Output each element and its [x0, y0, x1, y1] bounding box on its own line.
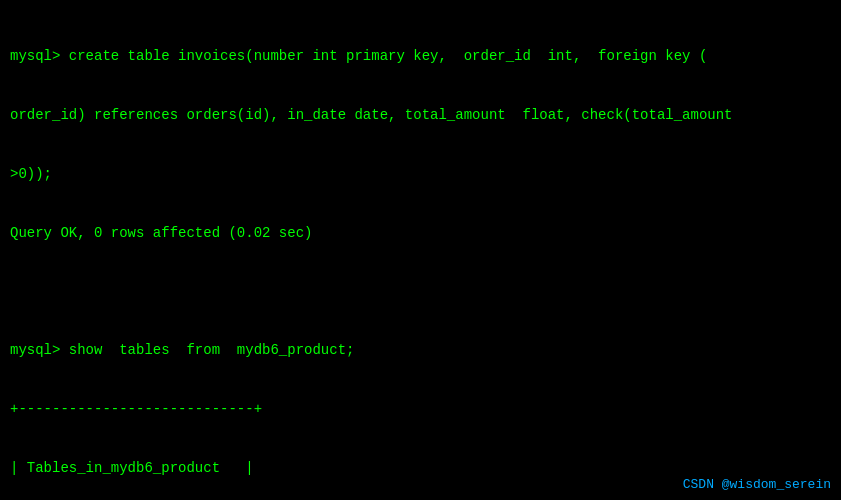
line-1: mysql> create table invoices(number int …	[10, 47, 831, 67]
line-3: >0));	[10, 165, 831, 185]
terminal-output: mysql> create table invoices(number int …	[10, 8, 831, 500]
line-4: Query OK, 0 rows affected (0.02 sec)	[10, 224, 831, 244]
line-7: +----------------------------+	[10, 400, 831, 420]
line-6: mysql> show tables from mydb6_product;	[10, 341, 831, 361]
line-2: order_id) references orders(id), in_date…	[10, 106, 831, 126]
line-5	[10, 282, 831, 302]
watermark-text: CSDN @wisdom_serein	[683, 477, 831, 492]
line-8: | Tables_in_mydb6_product |	[10, 459, 831, 479]
